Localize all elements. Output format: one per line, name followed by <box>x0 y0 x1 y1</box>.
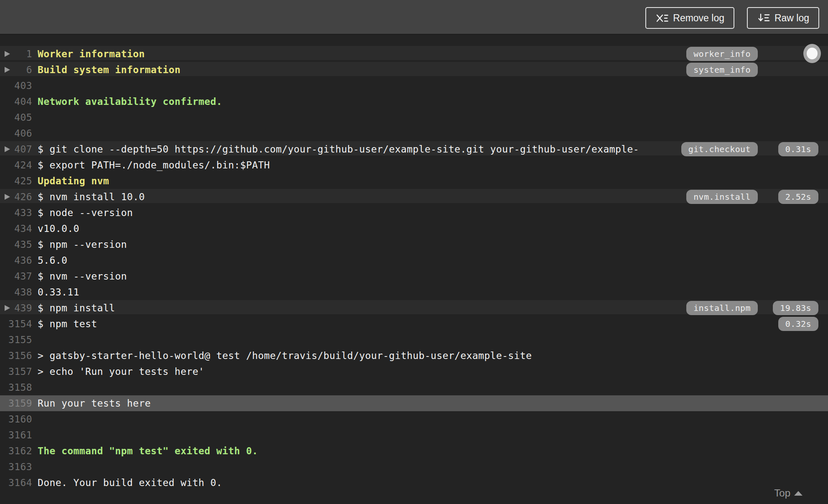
log-row: 3155 <box>0 332 828 348</box>
line-number[interactable]: 3157 <box>0 364 32 379</box>
line-number[interactable]: 438 <box>0 284 32 300</box>
log-row: 1 Worker information worker_info <box>0 46 828 62</box>
log-row: 407 $ git clone --depth=50 https://githu… <box>0 141 828 157</box>
line-text: $ nvm install 10.0 <box>38 189 757 205</box>
log-row: 433 $ node --version <box>0 205 828 221</box>
top-arrow-icon <box>794 491 803 496</box>
line-number[interactable]: 3154 <box>0 316 32 332</box>
line-number[interactable]: 3159 <box>0 395 32 411</box>
remove-log-label: Remove log <box>673 13 724 24</box>
log-row: 3157 > echo 'Run your tests here' <box>0 364 828 379</box>
log-row: 3162 The command "npm test" exited with … <box>0 443 828 459</box>
log-row: 438 0.33.11 <box>0 284 828 300</box>
duration-badge: 19.83s <box>773 301 818 315</box>
line-number[interactable]: 436 <box>0 252 32 268</box>
line-number[interactable]: 3156 <box>0 348 32 364</box>
line-number[interactable]: 433 <box>0 205 32 221</box>
line-number[interactable]: 425 <box>0 173 32 189</box>
line-text: $ npm test <box>38 316 757 332</box>
log-row: 436 5.6.0 <box>0 252 828 268</box>
fold-tag-badge: git.checkout <box>681 142 758 156</box>
raw-log-button[interactable]: Raw log <box>747 7 819 29</box>
line-number[interactable]: 407 <box>0 141 32 157</box>
line-text: 5.6.0 <box>38 252 757 268</box>
line-number[interactable]: 405 <box>0 109 32 125</box>
fold-tag-badge: worker_info <box>686 47 758 61</box>
toolbar: Remove log Raw log <box>0 0 828 35</box>
line-number[interactable]: 6 <box>0 62 32 78</box>
log-container[interactable]: 1 Worker information worker_info 6 Build… <box>0 35 828 504</box>
log-row: 3159 Run your tests here <box>0 395 828 411</box>
log-row: 3160 <box>0 411 828 427</box>
line-text: 0.33.11 <box>38 284 757 300</box>
line-number[interactable]: 3161 <box>0 427 32 443</box>
line-text: $ npm --version <box>38 237 757 252</box>
line-number[interactable]: 435 <box>0 237 32 252</box>
log-row: 434 v10.0.0 <box>0 221 828 237</box>
line-number[interactable]: 404 <box>0 94 32 109</box>
fold-tag-badge: install.npm <box>686 301 758 315</box>
line-number[interactable]: 3160 <box>0 411 32 427</box>
line-number[interactable]: 3164 <box>0 475 32 491</box>
fold-tag-badge: nvm.install <box>686 190 758 204</box>
line-text: > gatsby-starter-hello-world@ test /home… <box>38 348 757 364</box>
log-row: 404 Network availability confirmed. <box>0 94 828 109</box>
line-number[interactable]: 434 <box>0 221 32 237</box>
line-text: $ node --version <box>38 205 757 221</box>
log-row: 6 Build system information system_info <box>0 62 828 78</box>
log-row: 405 <box>0 109 828 125</box>
log-row: 426 $ nvm install 10.0 nvm.install 2.52s <box>0 189 828 205</box>
log-row: 406 <box>0 125 828 141</box>
line-number[interactable]: 439 <box>0 300 32 316</box>
remove-log-button[interactable]: Remove log <box>645 7 734 29</box>
log-row: 424 $ export PATH=./node_modules/.bin:$P… <box>0 157 828 173</box>
log-row: 439 $ npm install install.npm 19.83s <box>0 300 828 316</box>
raw-log-icon <box>757 13 770 24</box>
line-text: Updating nvm <box>38 173 757 189</box>
log-row: 3154 $ npm test 0.32s <box>0 316 828 332</box>
log-row: 437 $ nvm --version <box>0 268 828 284</box>
line-text: Done. Your build exited with 0. <box>38 475 757 491</box>
fold-tag-badge: system_info <box>686 63 758 77</box>
line-text: Build system information <box>38 62 757 78</box>
line-number[interactable]: 424 <box>0 157 32 173</box>
log-rows: 1 Worker information worker_info 6 Build… <box>0 46 828 491</box>
line-text: $ npm install <box>38 300 757 316</box>
log-row: 3161 <box>0 427 828 443</box>
log-row: 435 $ npm --version <box>0 237 828 252</box>
line-number[interactable]: 403 <box>0 78 32 94</box>
line-number[interactable]: 426 <box>0 189 32 205</box>
line-number[interactable]: 437 <box>0 268 32 284</box>
line-text: $ nvm --version <box>38 268 757 284</box>
line-number[interactable]: 3163 <box>0 459 32 475</box>
top-link-label: Top <box>774 487 790 499</box>
log-row: 3158 <box>0 379 828 395</box>
line-number[interactable]: 1 <box>0 46 32 62</box>
line-number[interactable]: 3162 <box>0 443 32 459</box>
line-text: v10.0.0 <box>38 221 757 237</box>
log-row: 403 <box>0 78 828 94</box>
top-link[interactable]: Top <box>774 487 803 499</box>
raw-log-label: Raw log <box>774 13 809 24</box>
line-text: Worker information <box>38 46 757 62</box>
line-text: > echo 'Run your tests here' <box>38 364 757 379</box>
line-number[interactable]: 3158 <box>0 379 32 395</box>
log-row: 425 Updating nvm <box>0 173 828 189</box>
log-row: 3163 <box>0 459 828 475</box>
log-row: 3156 > gatsby-starter-hello-world@ test … <box>0 348 828 364</box>
duration-badge: 2.52s <box>778 190 818 204</box>
remove-log-icon <box>655 13 668 24</box>
duration-badge: 0.32s <box>778 317 818 331</box>
line-text: Network availability confirmed. <box>38 94 757 109</box>
line-text: $ export PATH=./node_modules/.bin:$PATH <box>38 157 757 173</box>
scroll-knob[interactable] <box>803 44 821 63</box>
line-text: $ git clone --depth=50 https://github.co… <box>38 141 757 157</box>
log-row: 3164 Done. Your build exited with 0. <box>0 475 828 491</box>
line-number[interactable]: 3155 <box>0 332 32 348</box>
duration-badge: 0.31s <box>778 142 818 156</box>
line-text: The command "npm test" exited with 0. <box>38 443 757 459</box>
line-text: Run your tests here <box>38 395 757 411</box>
line-number[interactable]: 406 <box>0 125 32 141</box>
